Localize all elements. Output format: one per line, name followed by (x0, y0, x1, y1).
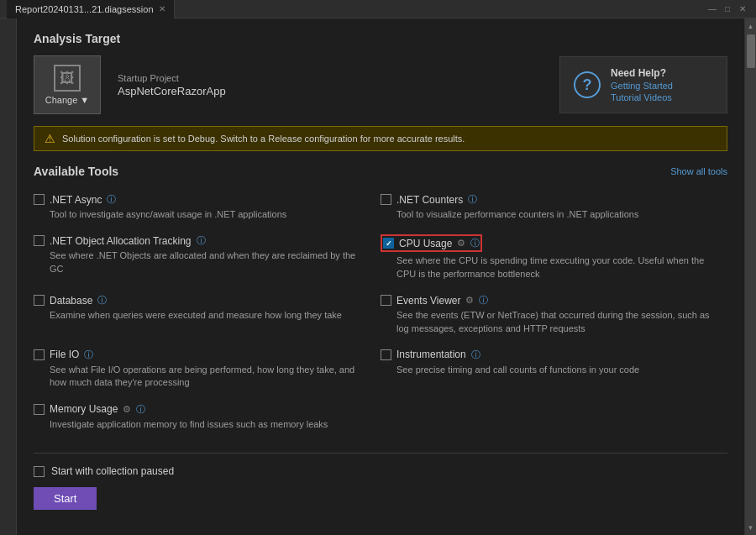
net-counters-info-icon[interactable]: ⓘ (468, 193, 477, 206)
pause-collection-label: Start with collection paused (51, 465, 174, 477)
tool-header-database: Database ⓘ (34, 294, 364, 307)
active-tab[interactable]: Report20240131...21.diagsession ✕ (7, 0, 175, 18)
cpu-highlight-box: CPU Usage ⚙ ⓘ (381, 234, 482, 252)
maximize-button[interactable]: □ (721, 3, 734, 16)
database-info-icon[interactable]: ⓘ (97, 294, 107, 307)
file-io-desc: See what File I/O operations are being p… (34, 364, 364, 390)
net-async-info-icon[interactable]: ⓘ (107, 193, 116, 206)
instrumentation-desc: See precise timing and call counts of fu… (381, 364, 711, 376)
target-icon: 🖼 (54, 65, 81, 92)
memory-usage-gear-icon[interactable]: ⚙ (123, 404, 131, 415)
net-object-desc: See where .NET Objects are allocated and… (34, 249, 364, 275)
net-counters-checkbox[interactable] (381, 194, 391, 205)
warning-text: Solution configuration is set to Debug. … (62, 134, 465, 144)
tool-item-database: Database ⓘ Examine when queries were exe… (34, 289, 381, 344)
net-async-desc: Tool to investigate async/await usage in… (34, 208, 364, 221)
startup-project-label: Startup Project (118, 73, 543, 83)
cpu-usage-desc: See where the CPU is spending time execu… (381, 254, 711, 281)
memory-usage-label: Memory Usage (50, 403, 118, 415)
tool-item-net-object-allocation: .NET Object Allocation Tracking ⓘ See wh… (34, 229, 381, 289)
net-async-checkbox[interactable] (34, 194, 45, 205)
pause-collection-checkbox[interactable] (34, 466, 45, 477)
events-viewer-checkbox[interactable] (381, 295, 391, 306)
tool-header-memory: Memory Usage ⚙ ⓘ (34, 403, 364, 416)
scroll-up-arrow[interactable]: ▲ (748, 23, 754, 30)
instrumentation-checkbox[interactable] (381, 349, 391, 360)
events-viewer-info-icon[interactable]: ⓘ (479, 294, 488, 307)
tab-close-icon[interactable]: ✕ (159, 4, 165, 13)
help-title: Need Help? (611, 67, 673, 79)
bottom-section: Start with collection paused Start (34, 453, 727, 510)
net-async-label: .NET Async (50, 194, 102, 206)
tool-header-cpu: CPU Usage ⚙ ⓘ (381, 234, 711, 252)
memory-usage-info-icon[interactable]: ⓘ (136, 403, 145, 416)
getting-started-link[interactable]: Getting Started (611, 81, 673, 91)
tool-header-events: Events Viewer ⚙ ⓘ (381, 294, 711, 307)
main-content: Analysis Target 🖼 Change ▼ Change Startu… (17, 18, 744, 535)
available-tools-title: Available Tools (34, 165, 118, 178)
show-all-tools-link[interactable]: Show all tools (670, 166, 727, 176)
title-bar: Report20240131...21.diagsession ✕ — □ ✕ (0, 0, 756, 18)
events-viewer-desc: See the events (ETW or NetTrace) that oc… (381, 309, 711, 335)
net-object-info-icon[interactable]: ⓘ (197, 234, 206, 247)
tool-item-file-io: File IO ⓘ See what File I/O operations a… (34, 344, 381, 398)
tool-item-instrumentation: Instrumentation ⓘ See precise timing and… (381, 344, 727, 398)
start-button[interactable]: Start (34, 487, 97, 510)
startup-info: Startup Project AspNetCoreRazorApp (118, 73, 543, 97)
help-content: Need Help? Getting Started Tutorial Vide… (611, 67, 673, 102)
tool-header-net-async: .NET Async ⓘ (34, 193, 364, 206)
tool-header-net-object: .NET Object Allocation Tracking ⓘ (34, 234, 364, 247)
events-viewer-label: Events Viewer (396, 295, 460, 307)
scroll-thumb[interactable] (747, 34, 755, 68)
help-icon: ? (574, 71, 601, 98)
tab-label: Report20240131...21.diagsession (15, 4, 154, 14)
warning-icon: ⚠ (45, 132, 55, 145)
database-desc: Examine when queries were executed and m… (34, 309, 364, 322)
tool-item-net-counters: .NET Counters ⓘ Tool to visualize perfor… (381, 188, 727, 229)
target-box: 🖼 Change ▼ Change Startup Project AspNet… (34, 55, 727, 114)
change-target-button[interactable]: 🖼 Change ▼ Change (34, 55, 101, 114)
startup-project-name: AspNetCoreRazorApp (118, 85, 543, 97)
change-target-label: Change ▼ (45, 95, 89, 105)
net-counters-desc: Tool to visualize performance counters i… (381, 208, 711, 221)
target-dropdown-arrow: ▼ (80, 95, 89, 105)
file-io-info-icon[interactable]: ⓘ (84, 349, 93, 361)
cpu-usage-label: CPU Usage (399, 238, 452, 249)
tool-header-net-counters: .NET Counters ⓘ (381, 193, 711, 206)
tool-item-net-async: .NET Async ⓘ Tool to investigate async/a… (34, 188, 381, 229)
file-io-checkbox[interactable] (34, 349, 45, 360)
pause-row: Start with collection paused (34, 465, 727, 477)
instrumentation-info-icon[interactable]: ⓘ (471, 349, 480, 361)
scrollbar[interactable]: ▲ ▼ (744, 18, 756, 535)
database-label: Database (50, 295, 92, 307)
window-controls: — □ ✕ (706, 3, 749, 16)
memory-usage-checkbox[interactable] (34, 404, 45, 415)
left-sidebar-strip (0, 18, 17, 535)
tool-header-instrumentation: Instrumentation ⓘ (381, 349, 711, 361)
memory-usage-desc: Investigate application memory to find i… (34, 418, 364, 431)
events-viewer-gear-icon[interactable]: ⚙ (465, 295, 474, 306)
net-counters-label: .NET Counters (396, 194, 463, 206)
tutorial-videos-link[interactable]: Tutorial Videos (611, 92, 673, 102)
scroll-down-arrow[interactable]: ▼ (748, 524, 754, 532)
net-object-checkbox[interactable] (34, 235, 45, 246)
warning-banner: ⚠ Solution configuration is set to Debug… (34, 126, 727, 151)
cpu-usage-gear-icon[interactable]: ⚙ (457, 238, 465, 249)
tool-header-file-io: File IO ⓘ (34, 349, 364, 361)
tools-header: Available Tools Show all tools (34, 165, 727, 178)
tool-item-cpu-usage: CPU Usage ⚙ ⓘ See where the CPU is spend… (381, 229, 727, 289)
database-checkbox[interactable] (34, 295, 45, 306)
tools-grid: .NET Async ⓘ Tool to investigate async/a… (34, 188, 727, 439)
file-io-label: File IO (50, 349, 79, 360)
main-container: Analysis Target 🖼 Change ▼ Change Startu… (0, 18, 756, 535)
help-box: ? Need Help? Getting Started Tutorial Vi… (559, 56, 727, 113)
cpu-usage-checkbox[interactable] (383, 238, 394, 249)
analysis-target-title: Analysis Target (34, 32, 727, 45)
minimize-button[interactable]: — (706, 3, 719, 16)
net-object-label: .NET Object Allocation Tracking (50, 235, 192, 247)
tool-item-memory-usage: Memory Usage ⚙ ⓘ Investigate application… (34, 398, 381, 439)
close-button[interactable]: ✕ (736, 3, 749, 16)
instrumentation-label: Instrumentation (396, 349, 466, 360)
tool-item-events-viewer: Events Viewer ⚙ ⓘ See the events (ETW or… (381, 289, 727, 344)
cpu-usage-info-icon[interactable]: ⓘ (470, 237, 480, 249)
